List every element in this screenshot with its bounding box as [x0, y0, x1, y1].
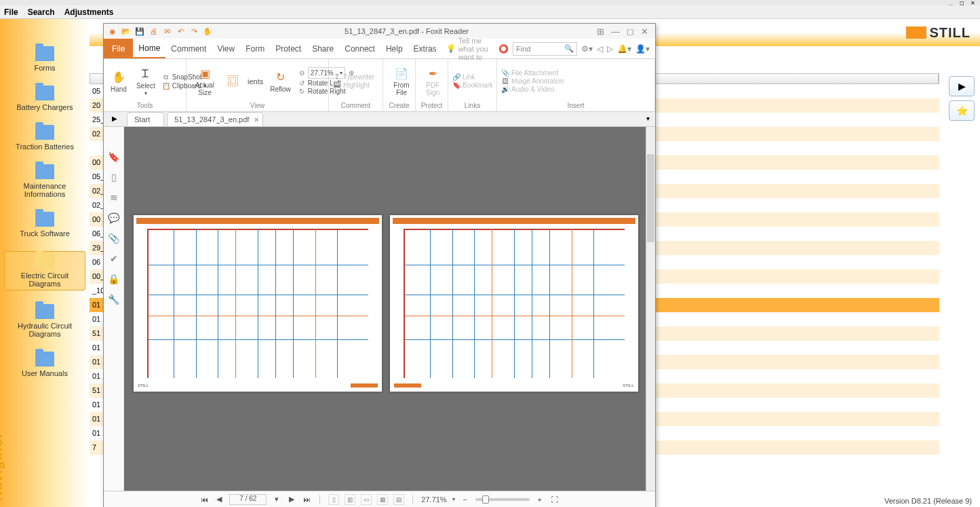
foxit-file-tab[interactable]: File	[104, 39, 133, 58]
tools-panel-icon[interactable]: 🔧	[108, 294, 119, 305]
print-icon[interactable]: 🖨	[149, 26, 158, 36]
sidebar-label: Electric Circuit Diagrams	[5, 271, 85, 288]
scroll-thumb[interactable]	[647, 154, 654, 242]
collapse-panel-icon[interactable]: ▶	[112, 115, 117, 122]
sidebar-item-user-manuals[interactable]: User Manuals	[4, 352, 85, 377]
foxit-tab-extras[interactable]: Extras	[408, 39, 442, 58]
sync-icon[interactable]: ⭕	[498, 44, 509, 54]
bell-icon[interactable]: 🔔▾	[617, 44, 631, 54]
comments-panel-icon[interactable]: 💬	[108, 212, 119, 223]
last-page-button[interactable]: ⏭	[302, 495, 311, 504]
minimize-icon[interactable]: ▁	[946, 0, 956, 5]
zoom-out-icon[interactable]: ⊖	[298, 69, 306, 77]
group-insert-label: Insert	[501, 102, 650, 110]
play-button[interactable]: ▶	[949, 76, 975, 96]
foxit-tab-form[interactable]: Form	[240, 39, 270, 58]
open-icon[interactable]: 📂	[121, 26, 131, 36]
setting-icon[interactable]: ⚙▾	[581, 44, 593, 54]
foxit-tab-comment[interactable]: Comment	[165, 39, 212, 58]
doc-tab-start[interactable]: Start	[127, 112, 164, 126]
foxit-tab-help[interactable]: Help	[380, 39, 408, 58]
foxit-maximize-icon[interactable]: ◻	[627, 26, 634, 37]
fullscreen-button[interactable]: ⛶	[550, 495, 560, 504]
hand-icon[interactable]: ✋	[203, 26, 212, 36]
zoom-knob[interactable]	[482, 495, 489, 504]
save-icon[interactable]: 💾	[135, 26, 144, 36]
from-file-button[interactable]: 📄From File	[387, 66, 416, 96]
navigator-sidebar: Forms Battery Chargers Traction Batterie…	[0, 19, 90, 507]
zoom-out-button[interactable]: −	[460, 495, 470, 504]
zoom-dropdown-icon[interactable]: ▾	[452, 496, 455, 502]
menu-adjustments[interactable]: Adjustments	[64, 7, 114, 17]
first-page-button[interactable]: ⏮	[199, 495, 209, 504]
maximize-icon[interactable]: ◻	[957, 0, 966, 5]
select-tool[interactable]: ᏆSelect▾	[134, 67, 158, 96]
sidebar-item-electric-diagrams[interactable]: Electric Circuit Diagrams	[4, 251, 85, 290]
from-file-icon: 📄	[394, 66, 409, 81]
file-attachment-button: 📎File Attachment	[501, 69, 564, 77]
prev-find-icon[interactable]: ◁	[597, 44, 603, 54]
single-page-view[interactable]: ▯	[328, 494, 339, 505]
bookmarks-panel-icon[interactable]: 🔖	[108, 151, 119, 162]
sidebar-item-traction-batteries[interactable]: Traction Batteries	[4, 125, 85, 151]
foxit-minimize-icon[interactable]: —	[611, 26, 620, 37]
menu-file[interactable]: File	[4, 7, 18, 17]
facing-view[interactable]: ▭	[361, 494, 372, 505]
hand-tool[interactable]: ✋Hand	[108, 70, 130, 93]
typewriter-icon: T	[333, 73, 341, 81]
sidebar-item-maintenance[interactable]: Maintenance Informations	[4, 164, 85, 198]
scrollbar[interactable]	[646, 127, 655, 491]
tabs-dropdown-icon[interactable]: ▾	[646, 115, 650, 122]
image-anno-label: Image Annotation	[511, 77, 564, 85]
security-panel-icon[interactable]: 🔒	[108, 274, 119, 284]
page-view[interactable]: STILL	[124, 127, 655, 491]
doc-tab-current[interactable]: 51_13_2847_3_en.pdf✕	[167, 112, 263, 126]
user-icon[interactable]: 👤▾	[635, 44, 650, 54]
sidebar-item-forms[interactable]: Forms	[4, 46, 85, 72]
group-tools-label: Tools	[108, 102, 182, 110]
reflow-button[interactable]: ↻Reflow	[267, 70, 294, 93]
zoom-in-button[interactable]: +	[535, 495, 545, 504]
tell-me-search[interactable]: 💡Tell me what you want to	[442, 37, 493, 61]
attachments-panel-icon[interactable]: 📎	[108, 233, 119, 244]
tab-close-icon[interactable]: ✕	[254, 116, 259, 124]
ribbon-mode-icon[interactable]: ⊞	[597, 26, 604, 37]
foxit-title: 51_13_2847_3_en.pdf - Foxit Reader	[216, 27, 597, 35]
sidebar-label: Maintenance Informations	[4, 182, 85, 198]
next-find-icon[interactable]: ▷	[607, 44, 613, 54]
continuous-facing-view[interactable]: ▦	[377, 494, 388, 505]
foxit-tab-share[interactable]: Share	[307, 39, 339, 58]
sidebar-item-truck-software[interactable]: Truck Software	[4, 212, 85, 238]
close-icon[interactable]: ✕	[968, 0, 977, 5]
sidebar-item-hydraulic-diagrams[interactable]: Hydraulic Circuit Diagrams	[4, 304, 85, 338]
foxit-tab-connect[interactable]: Connect	[339, 39, 380, 58]
foxit-tab-protect[interactable]: Protect	[270, 39, 307, 58]
actual-size-button[interactable]: ▣Actual Size	[191, 66, 219, 96]
audio-video-button: 🔊Audio & Video	[501, 86, 564, 93]
prev-page-button[interactable]: ◀	[214, 495, 224, 504]
pdf-sign-label: PDF Sign	[423, 81, 443, 96]
pages-panel-icon[interactable]: ▯	[111, 172, 117, 183]
find-input[interactable]: Find🔍	[513, 42, 577, 56]
continuous-view[interactable]: ▥	[345, 494, 355, 505]
foxit-close-icon[interactable]: ✕	[641, 26, 648, 37]
zoom-slider[interactable]	[475, 498, 530, 501]
sidebar-item-battery-chargers[interactable]: Battery Chargers	[4, 86, 85, 111]
email-icon[interactable]: ✉	[162, 26, 172, 36]
select-label: Select	[136, 82, 155, 90]
foxit-tab-home[interactable]: Home	[133, 39, 165, 58]
menu-search[interactable]: Search	[28, 7, 55, 17]
layers-panel-icon[interactable]: ≋	[110, 192, 118, 203]
signatures-panel-icon[interactable]: ✔	[110, 253, 118, 264]
redo-icon[interactable]: ↷	[189, 26, 199, 36]
reflow-icon: ↻	[273, 70, 288, 85]
foxit-tab-view[interactable]: View	[212, 39, 240, 58]
page-dropdown-button[interactable]: ▾	[272, 495, 281, 504]
next-page-button[interactable]: ▶	[287, 495, 296, 504]
fit-page-button[interactable]: ⿴	[223, 74, 243, 89]
favorite-button[interactable]: ⭐	[949, 100, 975, 121]
show-cover-view[interactable]: ▤	[393, 494, 404, 505]
undo-icon[interactable]: ↶	[176, 26, 185, 36]
folder-icon	[35, 304, 54, 319]
page-input[interactable]: 7 / 62	[229, 494, 267, 505]
